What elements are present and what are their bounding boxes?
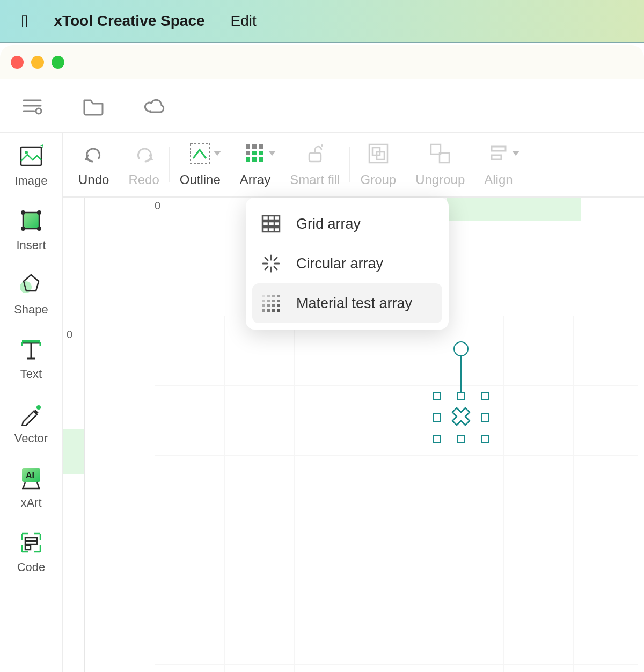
- close-window-button[interactable]: [11, 56, 24, 69]
- svg-rect-25: [259, 144, 263, 149]
- sidebar-item-xart[interactable]: AI xArt: [0, 466, 62, 510]
- undo-button[interactable]: Undo: [69, 133, 119, 196]
- undo-icon: [83, 142, 105, 165]
- svg-rect-21: [25, 545, 31, 550]
- svg-rect-7: [23, 213, 39, 229]
- ruler-h-zero: 0: [155, 200, 160, 212]
- array-label: Array: [240, 172, 270, 187]
- work-area[interactable]: [155, 316, 638, 672]
- dropdown-item-label: Material test array: [296, 295, 412, 312]
- grid-array-icon: [261, 214, 281, 234]
- vertical-ruler[interactable]: 0: [63, 221, 85, 672]
- svg-point-9: [37, 210, 41, 215]
- outline-label: Outline: [180, 172, 221, 187]
- redo-label: Redo: [128, 172, 159, 187]
- shape-icon: [19, 273, 43, 297]
- redo-button[interactable]: Redo: [119, 133, 169, 196]
- code-icon: [19, 530, 43, 555]
- left-sidebar: + Image Insert: [0, 133, 63, 672]
- resize-handle-se[interactable]: [481, 435, 489, 443]
- apple-icon[interactable]: : [21, 12, 28, 30]
- array-icon: [244, 142, 266, 165]
- svg-rect-31: [259, 157, 263, 162]
- svg-rect-65: [277, 304, 280, 307]
- ruler-v-zero: 0: [67, 328, 72, 341]
- group-button[interactable]: Group: [350, 133, 406, 196]
- svg-line-16: [23, 482, 25, 488]
- app-name[interactable]: xTool Creative Space: [54, 12, 204, 30]
- svg-rect-24: [252, 144, 257, 149]
- smartfill-button[interactable]: Smart fill: [280, 133, 349, 196]
- sidebar-item-vector[interactable]: Vector: [0, 401, 62, 445]
- content-column: Undo Redo Outline: [63, 133, 644, 672]
- svg-point-10: [21, 227, 25, 231]
- svg-rect-56: [272, 295, 275, 297]
- menu-edit[interactable]: Edit: [231, 12, 257, 30]
- resize-handle-sw[interactable]: [433, 435, 441, 443]
- ruler-highlight: [63, 429, 84, 474]
- dropdown-item-label: Circular array: [296, 255, 383, 272]
- undo-label: Undo: [78, 172, 109, 187]
- dropdown-item-circular-array[interactable]: Circular array: [252, 244, 442, 283]
- svg-point-5: [25, 151, 28, 154]
- svg-rect-41: [262, 216, 280, 220]
- svg-rect-66: [262, 309, 265, 312]
- sidebar-item-label: Code: [17, 560, 46, 574]
- smartfill-label: Smart fill: [290, 172, 340, 187]
- sidebar-item-text[interactable]: Text: [0, 337, 62, 381]
- sidebar-item-insert[interactable]: Insert: [0, 208, 62, 252]
- align-label: Align: [484, 172, 513, 187]
- svg-rect-58: [262, 300, 265, 302]
- top-toolbar: [0, 79, 644, 133]
- resize-handle-nw[interactable]: [433, 392, 441, 400]
- window-titlebar: [0, 45, 644, 79]
- ungroup-button[interactable]: Ungroup: [406, 133, 474, 196]
- circular-array-icon: [261, 253, 281, 274]
- sidebar-item-label: Image: [14, 174, 47, 188]
- smartfill-icon: [304, 142, 326, 165]
- svg-rect-39: [492, 147, 506, 151]
- svg-rect-67: [267, 309, 270, 312]
- folder-icon[interactable]: [82, 94, 105, 118]
- svg-point-3: [36, 108, 41, 114]
- xart-icon: AI: [19, 466, 43, 491]
- svg-rect-23: [246, 144, 250, 149]
- sidebar-item-shape[interactable]: Shape: [0, 273, 62, 317]
- resize-handle-s[interactable]: [457, 435, 465, 443]
- canvas[interactable]: 0 0 Grid array: [63, 198, 644, 672]
- insert-icon: [19, 208, 43, 233]
- ruler-corner: [63, 198, 85, 221]
- dropdown-item-label: Grid array: [296, 216, 361, 232]
- cloud-icon[interactable]: [143, 94, 166, 118]
- svg-rect-28: [259, 151, 263, 155]
- sidebar-item-code[interactable]: Code: [0, 530, 62, 574]
- macos-menubar:  xTool Creative Space Edit: [0, 0, 644, 43]
- sidebar-item-image[interactable]: + Image: [0, 144, 62, 188]
- svg-rect-59: [267, 300, 270, 302]
- svg-rect-64: [272, 304, 275, 307]
- chevron-down-icon: [268, 151, 276, 156]
- rotation-line: [460, 356, 462, 396]
- dropdown-item-grid-array[interactable]: Grid array: [252, 204, 442, 244]
- selected-object[interactable]: [437, 396, 485, 439]
- minimize-window-button[interactable]: [31, 56, 44, 69]
- rotation-handle[interactable]: [453, 341, 469, 356]
- sidebar-item-label: Text: [20, 367, 42, 381]
- outline-button[interactable]: Outline: [170, 133, 230, 196]
- fullscreen-window-button[interactable]: [52, 56, 64, 69]
- align-button[interactable]: Align: [474, 133, 522, 196]
- array-button[interactable]: Array: [230, 133, 280, 196]
- action-toolbar: Undo Redo Outline: [63, 133, 644, 198]
- sidebar-item-label: Insert: [16, 238, 46, 252]
- dropdown-item-material-test-array[interactable]: Material test array: [252, 283, 442, 323]
- svg-rect-55: [267, 295, 270, 297]
- svg-rect-54: [262, 295, 265, 297]
- svg-rect-29: [246, 157, 250, 162]
- resize-handle-ne[interactable]: [481, 392, 489, 400]
- resize-handle-n[interactable]: [457, 392, 465, 400]
- resize-handle-w[interactable]: [433, 413, 441, 422]
- resize-handle-e[interactable]: [481, 413, 489, 422]
- svg-rect-57: [277, 295, 280, 297]
- svg-rect-30: [252, 157, 257, 162]
- menu-icon[interactable]: [20, 94, 44, 118]
